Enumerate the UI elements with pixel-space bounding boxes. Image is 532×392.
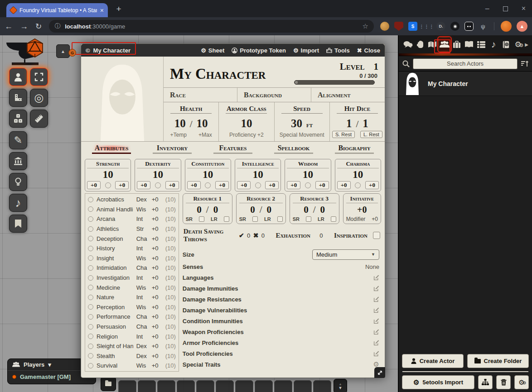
- create-actor-button[interactable]: Create Actor: [402, 354, 464, 368]
- skill-proficiency-toggle[interactable]: [88, 304, 93, 310]
- 5etools-import-button[interactable]: ⚙ 5etools Import: [402, 375, 474, 389]
- ability-name[interactable]: Dexterity: [137, 160, 179, 168]
- robot-extension-icon[interactable]: [464, 22, 474, 31]
- size-select[interactable]: Medium▼: [312, 249, 379, 260]
- profile-avatar[interactable]: [501, 21, 512, 32]
- tab-tables[interactable]: [476, 38, 487, 51]
- death-fail-icon[interactable]: ✖: [253, 232, 259, 239]
- tab-compendium[interactable]: [500, 38, 511, 51]
- ac-value[interactable]: 10: [241, 117, 252, 130]
- long-rest-button[interactable]: L. Rest: [360, 131, 382, 138]
- skill-proficiency-toggle[interactable]: [88, 295, 93, 300]
- s-extension-icon[interactable]: S: [408, 22, 417, 31]
- proficiency-toggle[interactable]: [205, 182, 211, 188]
- speed-value[interactable]: 30ft: [291, 117, 313, 130]
- character-name[interactable]: My Character: [170, 65, 266, 83]
- collapse-controls-button[interactable]: ▲: [56, 44, 70, 58]
- ability-save[interactable]: +0: [87, 181, 101, 189]
- skill-proficiency-toggle[interactable]: [88, 314, 93, 320]
- initiative-title[interactable]: Initiative: [346, 195, 378, 203]
- background-field[interactable]: Background: [237, 88, 311, 102]
- edit-icon[interactable]: [373, 318, 379, 324]
- sounds-tool[interactable]: ♪: [9, 194, 27, 212]
- ability-save[interactable]: +0: [237, 181, 251, 189]
- resource-current[interactable]: 0: [197, 204, 202, 215]
- folder-tree-button[interactable]: [478, 375, 493, 389]
- sheet-titlebar[interactable]: © My Character ⚙Sheet Prototype Token ⚙I…: [81, 44, 385, 57]
- skill-name[interactable]: Religion: [97, 333, 133, 340]
- notes-tool[interactable]: [9, 215, 27, 233]
- resize-handle[interactable]: [374, 367, 385, 378]
- target-tool[interactable]: ◎: [30, 89, 48, 107]
- proficiency-toggle[interactable]: [305, 182, 311, 188]
- proficiency-toggle[interactable]: [255, 182, 261, 188]
- skill-proficiency-toggle[interactable]: [88, 334, 93, 339]
- skill-name[interactable]: Deception: [97, 235, 133, 242]
- ability-save[interactable]: +0: [337, 181, 351, 189]
- lr-checkbox[interactable]: [224, 216, 229, 222]
- ability-save[interactable]: +0: [287, 181, 300, 189]
- skill-proficiency-toggle[interactable]: [88, 206, 93, 212]
- drawing-tools[interactable]: ✎: [9, 131, 27, 149]
- tab-biography[interactable]: Biography: [324, 144, 385, 157]
- ability-mod[interactable]: +0: [215, 181, 229, 189]
- exhaustion-value[interactable]: 0: [317, 232, 326, 239]
- hp-max[interactable]: 10: [197, 117, 208, 130]
- ability-score[interactable]: 10: [237, 168, 279, 181]
- skill-proficiency-toggle[interactable]: [88, 197, 93, 202]
- tab-close-icon[interactable]: ×: [100, 7, 104, 14]
- edit-icon[interactable]: [373, 275, 379, 281]
- ability-name[interactable]: Wisdom: [287, 160, 329, 168]
- level-value[interactable]: 1: [374, 61, 379, 72]
- hotbar-slot[interactable]: [216, 380, 234, 392]
- hp-current[interactable]: 10: [174, 117, 186, 130]
- sr-checkbox[interactable]: [199, 216, 204, 222]
- inspiration-checkbox[interactable]: [373, 232, 380, 239]
- sidebar-collapse-icon[interactable]: ▶: [525, 42, 528, 47]
- ability-name[interactable]: Charisma: [337, 160, 379, 168]
- settings-button[interactable]: ⚙⚙: [514, 375, 529, 389]
- initiative-mod-value[interactable]: +0: [372, 216, 378, 222]
- proficiency-toggle[interactable]: [105, 182, 111, 188]
- delete-button[interactable]: [496, 375, 511, 389]
- alignment-field[interactable]: Alignment: [311, 88, 385, 102]
- ability-name[interactable]: Strength: [87, 160, 129, 168]
- skill-proficiency-toggle[interactable]: [88, 353, 93, 359]
- create-folder-button[interactable]: Create Folder: [467, 354, 529, 368]
- speed-footer[interactable]: Special Movement: [280, 132, 324, 138]
- sr-checkbox[interactable]: [252, 216, 258, 222]
- update-button[interactable]: ▲: [517, 21, 527, 32]
- skill-name[interactable]: Nature: [97, 294, 133, 301]
- minimize-icon[interactable]: –: [485, 5, 489, 13]
- hotbar-page-controls[interactable]: ▴ ▼: [334, 379, 347, 392]
- cookie-extension-icon[interactable]: [380, 22, 389, 31]
- initiative-value[interactable]: +0: [346, 205, 378, 215]
- hotbar-slot[interactable]: [294, 380, 312, 392]
- skill-proficiency-toggle[interactable]: [88, 236, 93, 241]
- character-portrait[interactable]: [81, 57, 164, 141]
- page-down-icon[interactable]: ▼: [339, 386, 343, 390]
- tools-button[interactable]: Tools: [326, 47, 350, 54]
- resource-title[interactable]: Resource 1: [186, 195, 229, 203]
- edit-icon[interactable]: [373, 340, 379, 346]
- tab-actors[interactable]: [439, 38, 450, 51]
- skill-name[interactable]: Survival: [97, 362, 133, 369]
- skill-proficiency-toggle[interactable]: [88, 216, 93, 222]
- ability-score[interactable]: 10: [337, 168, 379, 181]
- ruler-combined-tool[interactable]: [9, 89, 27, 107]
- collapse-folders-icon[interactable]: [521, 60, 528, 67]
- new-tab-button[interactable]: +: [114, 4, 124, 14]
- sheet-config-button[interactable]: ⚙Sheet: [201, 47, 224, 54]
- skill-name[interactable]: Stealth: [97, 353, 133, 359]
- skill-name[interactable]: Intimidation: [97, 264, 133, 271]
- hotbar-slot[interactable]: [255, 380, 273, 392]
- eye-extension-icon[interactable]: [450, 22, 459, 31]
- skill-name[interactable]: History: [97, 245, 133, 252]
- skill-name[interactable]: Medicine: [97, 284, 133, 291]
- claw-extension-icon[interactable]: ψ: [479, 22, 488, 31]
- resource-title[interactable]: Resource 2: [239, 195, 283, 203]
- hd-current[interactable]: 1: [346, 117, 352, 130]
- tab-chat[interactable]: [402, 38, 413, 51]
- skill-proficiency-toggle[interactable]: [88, 363, 93, 368]
- skill-name[interactable]: Investigation: [97, 274, 133, 281]
